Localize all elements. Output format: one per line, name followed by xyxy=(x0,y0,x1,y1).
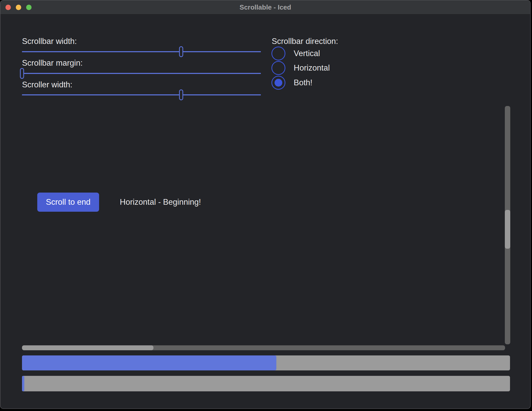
horizontal-progress-bar xyxy=(22,355,510,370)
radio-circle-icon xyxy=(271,47,285,60)
scrollbar-width-slider[interactable] xyxy=(22,46,261,57)
scroller-width-label: Scroller width: xyxy=(22,80,72,90)
scroll-status-text: Horizontal - Beginning! xyxy=(120,197,201,207)
slider-handle[interactable] xyxy=(179,46,183,57)
progress-fill xyxy=(22,376,24,391)
radio-label: Both! xyxy=(294,78,312,87)
scrollbar-width-label: Scrollbar width: xyxy=(22,36,77,47)
scroller-width-slider[interactable] xyxy=(22,89,261,100)
scroll-to-end-button[interactable]: Scroll to end xyxy=(37,193,99,212)
radio-label: Horizontal xyxy=(294,63,330,73)
scrollbar-direction-label: Scrollbar direction: xyxy=(272,36,338,47)
titlebar[interactable]: Scrollable - Iced xyxy=(1,1,530,14)
screen: Scrollable - Iced Scrollbar width: Scrol… xyxy=(0,0,532,411)
scrollbar-margin-slider[interactable] xyxy=(22,68,261,79)
vertical-scrollbar-track[interactable] xyxy=(505,106,510,344)
slider-track xyxy=(22,94,261,95)
window-title: Scrollable - Iced xyxy=(1,1,530,14)
radio-option-vertical[interactable]: Vertical xyxy=(271,46,320,61)
slider-handle[interactable] xyxy=(20,68,24,79)
radio-option-horizontal[interactable]: Horizontal xyxy=(271,61,330,75)
radio-label: Vertical xyxy=(294,49,320,58)
radio-circle-icon xyxy=(271,61,285,75)
radio-dot-icon xyxy=(275,79,282,87)
radio-option-both[interactable]: Both! xyxy=(271,75,312,90)
slider-handle[interactable] xyxy=(179,89,183,100)
vertical-scroller[interactable] xyxy=(505,210,510,249)
horizontal-scrollbar-track[interactable] xyxy=(22,345,505,350)
progress-fill xyxy=(22,355,276,370)
app-window: Scrollable - Iced Scrollbar width: Scrol… xyxy=(0,0,531,409)
slider-track xyxy=(22,51,261,52)
horizontal-scroller[interactable] xyxy=(22,345,153,350)
slider-track xyxy=(22,73,261,74)
vertical-progress-bar xyxy=(22,376,510,391)
scrollbar-margin-label: Scrollbar margin: xyxy=(22,58,83,68)
radio-circle-icon xyxy=(271,76,285,90)
